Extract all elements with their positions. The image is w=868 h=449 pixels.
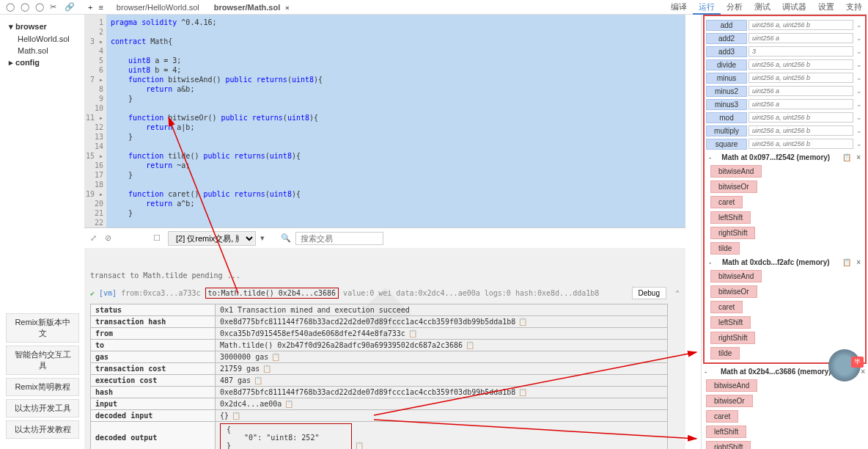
call-button-bitwiseOr[interactable]: bitwiseOr	[710, 180, 757, 193]
fn-button-minus[interactable]: minus	[706, 73, 747, 84]
close-icon[interactable]: ×	[861, 368, 865, 376]
github-icon[interactable]: ◯	[35, 2, 45, 12]
chevron-down-icon[interactable]: ⌄	[855, 34, 864, 42]
chevron-down-icon[interactable]: ⌄	[855, 87, 864, 95]
fn-args-input[interactable]	[749, 20, 853, 30]
fn-button-add[interactable]: add	[706, 20, 747, 31]
rtab-compile[interactable]: 编译	[665, 0, 693, 15]
call-button-leftShift[interactable]: leftShift	[706, 426, 746, 438]
chevron-down-icon[interactable]: ⌄	[855, 101, 864, 108]
tab-helloworld[interactable]: browser/HelloWorld.sol	[109, 1, 207, 13]
copy-icon[interactable]: 📋	[842, 258, 851, 266]
call-button-rightShift[interactable]: rightShift	[706, 441, 751, 449]
collapse-icon[interactable]: -	[709, 258, 711, 266]
code-editor[interactable]: 123 ▸4567 ▸891011 ▸12131415 ▸16171819 ▸2…	[84, 15, 685, 227]
ban-icon[interactable]: ⊘	[105, 233, 115, 244]
contract-header[interactable]: -Math at 0xdcb...f2afc (memory)📋×	[706, 256, 864, 269]
collapse-icon[interactable]: -	[709, 153, 711, 161]
tree-folder-browser[interactable]: ▾ browser	[6, 21, 78, 33]
chevron-down-icon[interactable]: ⌄	[855, 140, 864, 147]
menu-icon[interactable]: ≡	[98, 3, 103, 12]
side-link[interactable]: Remix简明教程	[6, 378, 79, 396]
chevron-down-icon[interactable]: ⌄	[855, 74, 864, 81]
fn-button-square[interactable]: square	[706, 139, 747, 150]
listen-dropdown[interactable]: [2] 仅remix交易, 脚本	[168, 231, 256, 246]
search-input[interactable]	[295, 232, 383, 245]
rtab-settings[interactable]: 设置	[812, 0, 840, 15]
call-button-leftShift[interactable]: leftShift	[710, 211, 751, 224]
tree-folder-config[interactable]: ▸ config	[6, 56, 78, 69]
rtab-test[interactable]: 测试	[749, 0, 776, 15]
close-icon[interactable]: ×	[856, 258, 861, 266]
rtab-debugger[interactable]: 调试器	[776, 0, 812, 15]
call-button-bitwiseOr[interactable]: bitwiseOr	[710, 285, 757, 298]
side-link[interactable]: Remix新版本中文	[6, 313, 79, 343]
copy-icon[interactable]: 📋	[518, 318, 526, 325]
debug-button[interactable]: Debug	[632, 287, 666, 299]
call-button-caret[interactable]: caret	[710, 301, 743, 313]
circle-icon[interactable]: ◯	[6, 2, 16, 12]
call-button-rightShift[interactable]: rightShift	[710, 332, 755, 344]
checkbox-icon[interactable]: ☐	[153, 233, 163, 244]
circle-icon[interactable]: ◯	[21, 2, 31, 12]
fn-button-minus2[interactable]: minus2	[706, 86, 747, 97]
chevron-down-icon[interactable]: ⌄	[855, 48, 864, 55]
copy-icon[interactable]: 📋	[232, 412, 239, 419]
link-icon[interactable]: 🔗	[65, 2, 75, 12]
side-link[interactable]: 智能合约交互工具	[6, 346, 79, 375]
fn-button-divide[interactable]: divide	[706, 59, 747, 70]
call-button-bitwiseAnd[interactable]: bitwiseAnd	[706, 379, 757, 392]
copy-icon[interactable]: 📋	[271, 353, 279, 360]
rtab-run[interactable]: 运行	[693, 0, 721, 15]
call-button-caret[interactable]: caret	[706, 410, 738, 423]
call-button-leftShift[interactable]: leftShift	[710, 316, 751, 329]
tree-file-math[interactable]: Math.sol	[6, 45, 78, 56]
code-area[interactable]: pragma solidity ^0.4.16;contract Math{ u…	[106, 15, 685, 227]
side-link[interactable]: 以太坊开发教程	[6, 420, 79, 439]
call-button-tilde[interactable]: tilde	[710, 242, 740, 255]
copy-icon[interactable]: 📋	[518, 388, 526, 395]
copy-icon[interactable]: 📋	[262, 365, 270, 372]
tree-file-helloworld[interactable]: HelloWorld.sol	[6, 33, 78, 45]
chevron-down-icon[interactable]: ⌄	[855, 61, 864, 68]
copy-icon[interactable]: 📋	[254, 376, 261, 384]
copy-icon[interactable]: 📋	[284, 400, 292, 407]
copy-icon[interactable]: 📋	[466, 341, 473, 348]
fn-args-input[interactable]	[749, 99, 853, 109]
collapse-icon[interactable]: ⌃	[675, 289, 680, 297]
fn-button-add3[interactable]: add3	[706, 46, 747, 57]
expand-icon[interactable]: ⤢	[90, 233, 100, 244]
rtab-support[interactable]: 支持	[840, 0, 868, 15]
rtab-analysis[interactable]: 分析	[721, 0, 749, 15]
fn-args-input[interactable]	[749, 59, 853, 70]
fn-args-input[interactable]	[749, 125, 853, 136]
copy-icon[interactable]: 📋	[408, 329, 416, 337]
fn-button-multiply[interactable]: multiply	[706, 125, 747, 136]
close-icon[interactable]: ×	[856, 153, 861, 161]
chevron-down-icon[interactable]: ⌄	[855, 127, 864, 134]
call-button-bitwiseOr[interactable]: bitwiseOr	[706, 395, 753, 407]
call-button-bitwiseAnd[interactable]: bitwiseAnd	[710, 165, 762, 178]
side-link[interactable]: 以太坊开发工具	[6, 399, 79, 417]
fn-args-input[interactable]	[749, 33, 853, 43]
copy-icon[interactable]: 📋	[842, 153, 851, 161]
plus-icon[interactable]: +	[88, 3, 92, 12]
chevron-down-icon[interactable]: ⌄	[855, 114, 864, 121]
fn-args-input[interactable]	[749, 46, 853, 56]
chevron-down-icon[interactable]: ⌄	[855, 21, 864, 29]
call-button-bitwiseAnd[interactable]: bitwiseAnd	[710, 270, 762, 282]
call-button-caret[interactable]: caret	[710, 196, 743, 208]
contract-header[interactable]: -Math at 0x097...f2542 (memory)📋×	[706, 151, 864, 164]
call-button-tilde[interactable]: tilde	[710, 347, 740, 359]
copy-icon[interactable]: 📋	[355, 442, 362, 449]
fn-args-input[interactable]	[749, 73, 853, 83]
call-button-rightShift[interactable]: rightShift	[710, 227, 755, 239]
collapse-icon[interactable]: -	[705, 368, 707, 376]
fn-args-input[interactable]	[749, 112, 853, 123]
fn-button-minus3[interactable]: minus3	[706, 99, 747, 110]
fn-args-input[interactable]	[749, 139, 853, 149]
tx-summary-line[interactable]: ✔ [vm] from:0xca3...a733c to:Math.tilde(…	[90, 287, 680, 299]
fn-button-mod[interactable]: mod	[706, 112, 747, 123]
fn-button-add2[interactable]: add2	[706, 33, 747, 44]
close-icon[interactable]: ×	[285, 4, 289, 12]
